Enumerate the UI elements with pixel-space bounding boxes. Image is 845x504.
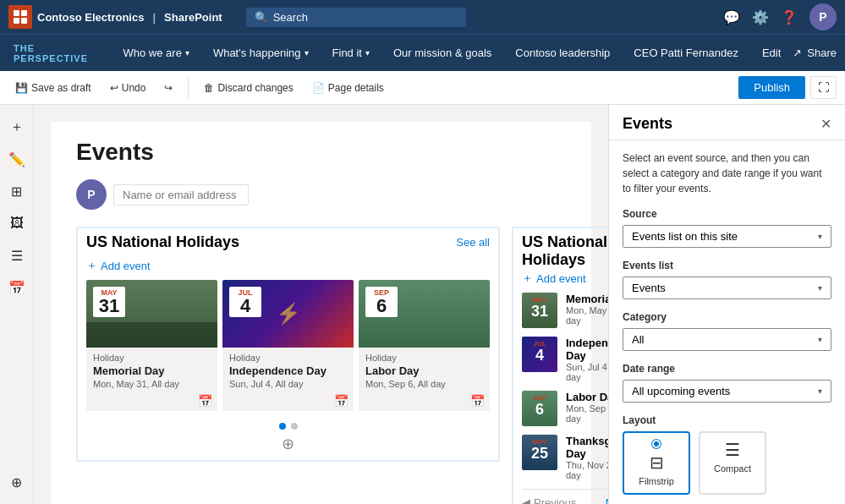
- feedback-icon[interactable]: 💬: [723, 9, 740, 25]
- settings-icon[interactable]: ⚙️: [752, 9, 769, 25]
- share-button[interactable]: ↗ Share: [793, 47, 837, 59]
- compact-event-3[interactable]: SEP 6 Labor Day Mon, Sep 6, All day: [522, 391, 608, 426]
- compact-event-2[interactable]: JUL 4 Independence Day Sun, Jul 4, All d…: [522, 337, 608, 382]
- chevron-down-icon: ▾: [185, 48, 189, 58]
- author-avatar: P: [76, 179, 107, 210]
- events-panel: Events ✕ Select an event source, and the…: [608, 105, 845, 504]
- avatar[interactable]: P: [809, 3, 837, 30]
- filmstrip-see-all[interactable]: See all: [456, 236, 490, 249]
- nav-ceo[interactable]: CEO Patti Fernandez: [622, 35, 750, 72]
- chevron-down-icon: ▾: [818, 283, 822, 293]
- main-area: ＋ ✏️ ⊞ 🖼 ☰ 📅 ⊕ Events P US National Holi…: [0, 105, 845, 504]
- filmstrip-events-section: US National Holidays See all ＋ Add event: [76, 227, 500, 462]
- sidebar-calendar-icon[interactable]: 📅: [3, 274, 30, 301]
- nav-who-we-are[interactable]: Who we are ▾: [112, 35, 201, 72]
- filmstrip-add-event[interactable]: ＋ Add event: [78, 256, 498, 280]
- previous-button[interactable]: ◀ Previous: [522, 496, 577, 504]
- category-dropdown[interactable]: All ▾: [623, 328, 831, 351]
- filmstrip-section: US National Holidays See all ＋ Add event: [76, 227, 500, 504]
- nav-mission[interactable]: Our mission & goals: [381, 35, 503, 72]
- sidebar-list-icon[interactable]: ☰: [3, 242, 30, 269]
- panel-header: Events ✕: [609, 105, 845, 140]
- card-icon-2: 📅: [222, 394, 354, 411]
- filmstrip-card-2[interactable]: JUL 4 Holiday Independence Day Sun, Jul …: [222, 280, 354, 411]
- page-content: Events P US National Holidays See all ＋: [34, 105, 608, 504]
- calendar-icon: 📅: [198, 394, 212, 408]
- carousel-expand-icon[interactable]: ⊕: [282, 435, 294, 453]
- redo-button[interactable]: ↪: [157, 79, 179, 97]
- chevron-left-icon: ◀: [522, 496, 530, 504]
- card-badge-3: SEP 6: [365, 287, 398, 317]
- nav-leadership[interactable]: Contoso leadership: [503, 35, 622, 72]
- card-badge-2: JUL 4: [229, 287, 261, 317]
- layout-filmstrip[interactable]: ⊟ Filmstrip: [623, 431, 690, 495]
- left-sidebar: ＋ ✏️ ⊞ 🖼 ☰ 📅 ⊕: [0, 105, 34, 504]
- source-dropdown[interactable]: Events list on this site ▾: [623, 225, 831, 248]
- sidebar-bottom-icon[interactable]: ⊕: [3, 468, 30, 496]
- sidebar-grid-icon[interactable]: ⊞: [3, 178, 30, 205]
- sidebar-edit-icon[interactable]: ✏️: [3, 145, 30, 173]
- layout-options: ⊟ Filmstrip ☰ Compact: [623, 431, 831, 495]
- compact-event-1[interactable]: MAY 31 Memorial Day Mon, May 31, All day: [522, 293, 608, 328]
- calendar-icon: 📅: [334, 394, 348, 408]
- compact-detail-2: Independence Day Sun, Jul 4, All day: [566, 337, 608, 382]
- save-draft-button[interactable]: 💾 Save as draft: [8, 79, 98, 97]
- compact-detail-3: Labor Day Mon, Sep 6, All day: [566, 391, 608, 424]
- discard-button[interactable]: 🗑 Discard changes: [197, 79, 299, 97]
- platform-name: SharePoint: [164, 11, 222, 24]
- date-range-dropdown[interactable]: All upcoming events ▾: [623, 380, 831, 403]
- compact-img-4: NOV 25: [522, 435, 557, 470]
- help-icon[interactable]: ❓: [781, 9, 798, 25]
- site-brand[interactable]: THE PERSPECTIVE: [8, 43, 95, 63]
- expand-icon: ⛶: [818, 81, 829, 94]
- nav-bar: THE PERSPECTIVE Who we are ▾ What's happ…: [0, 34, 845, 71]
- filmstrip-icon: ⊟: [631, 452, 682, 473]
- filmstrip-cards: MAY 31 Holiday Memorial Day Mon, May 31,…: [78, 280, 498, 419]
- publish-button[interactable]: Publish: [738, 76, 805, 99]
- top-bar: Contoso Electronics | SharePoint 🔍 💬 ⚙️ …: [0, 0, 845, 34]
- expand-button[interactable]: ⛶: [810, 76, 837, 99]
- card-badge-1: MAY 31: [93, 287, 125, 317]
- logo-icon: [8, 5, 32, 29]
- layout-label: Layout: [623, 414, 831, 426]
- sidebar-image-icon[interactable]: 🖼: [3, 210, 30, 237]
- search-bar[interactable]: 🔍: [246, 8, 466, 27]
- details-icon: 📄: [312, 82, 325, 94]
- card-image-2: JUL 4: [222, 280, 354, 348]
- panel-close-button[interactable]: ✕: [820, 116, 831, 132]
- compact-detail-1: Memorial Day Mon, May 31, All day: [566, 293, 608, 326]
- filmstrip-card-1[interactable]: MAY 31 Holiday Memorial Day Mon, May 31,…: [86, 280, 217, 411]
- undo-button[interactable]: ↩ Undo: [103, 79, 153, 97]
- compact-title: US National Holidays: [522, 233, 608, 269]
- sidebar-add-icon[interactable]: ＋: [3, 113, 30, 140]
- app-logo: Contoso Electronics | SharePoint: [8, 5, 222, 29]
- events-list-dropdown[interactable]: Events ▾: [623, 277, 831, 299]
- dot-1[interactable]: [279, 423, 286, 430]
- grid-icon: [13, 9, 28, 25]
- filmstrip-title: US National Holidays: [86, 233, 239, 251]
- events-list-label: Events list: [623, 260, 831, 271]
- nav-find-it[interactable]: Find it ▾: [321, 35, 381, 72]
- dot-2[interactable]: [291, 423, 298, 430]
- toolbar-divider: [188, 78, 189, 98]
- card-image-1: MAY 31: [86, 280, 217, 348]
- nav-items: Who we are ▾ What's happening ▾ Find it …: [112, 35, 793, 72]
- carousel-dots: [78, 419, 498, 433]
- save-icon: 💾: [15, 82, 28, 94]
- card-body-1: Holiday Memorial Day Mon, May 31, All da…: [86, 348, 217, 394]
- page-details-button[interactable]: 📄 Page details: [305, 79, 391, 97]
- filmstrip-card-3[interactable]: SEP 6 Holiday Labor Day Mon, Sep 6, All …: [359, 280, 490, 411]
- compact-img-1: MAY 31: [522, 293, 557, 328]
- toolbar: 💾 Save as draft ↩ Undo ↪ 🗑 Discard chang…: [0, 71, 845, 105]
- chevron-down-icon: ▾: [365, 48, 370, 58]
- search-input[interactable]: [273, 11, 442, 24]
- compact-add-event[interactable]: ＋ Add event: [522, 271, 608, 286]
- compact-icon: ☰: [707, 440, 758, 460]
- nav-whats-happening[interactable]: What's happening ▾: [201, 35, 321, 72]
- layout-compact[interactable]: ☰ Compact: [699, 431, 766, 495]
- compact-event-4[interactable]: NOV 25 Thanksgiving Day Thu, Nov 25, All…: [522, 435, 608, 480]
- compact-section-container: US National Holidays See all ＋ Add event…: [512, 227, 608, 504]
- nav-edit[interactable]: Edit: [750, 35, 793, 72]
- author-input[interactable]: [113, 184, 249, 205]
- page-title: Events: [76, 139, 566, 166]
